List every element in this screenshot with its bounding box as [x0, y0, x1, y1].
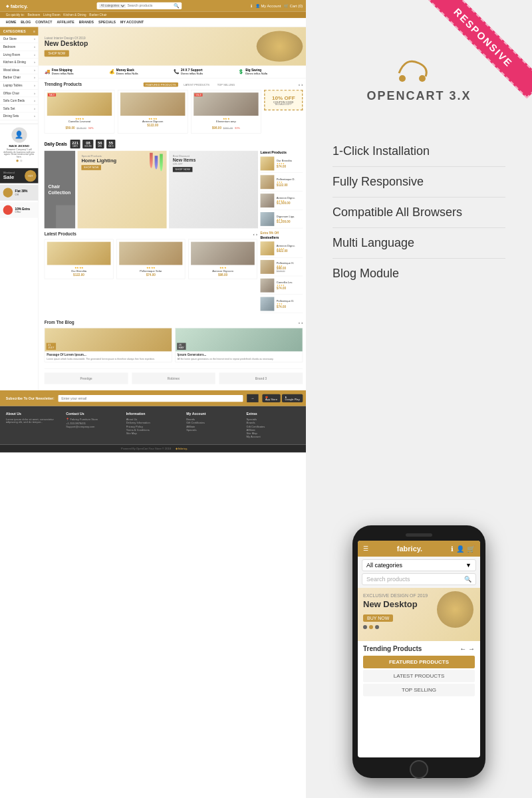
- prev-btn[interactable]: ‹: [299, 82, 300, 86]
- search-bar[interactable]: All categories 🔍: [97, 2, 182, 9]
- footer-link[interactable]: Specials: [247, 418, 303, 421]
- sidebar-item[interactable]: Our Store›: [0, 35, 38, 43]
- footer-link[interactable]: Site Map: [247, 432, 303, 435]
- footer-link[interactable]: Privacy Policy: [126, 425, 183, 428]
- phone-tab-latest[interactable]: LATEST PRODUCTS: [363, 670, 475, 682]
- sidebar-item[interactable]: Kitchen & Dining›: [0, 59, 38, 66]
- sidebar-item[interactable]: Laptop Tables›: [0, 82, 38, 90]
- website-preview: ◆ fabricy. All categories 🔍 ℹ 👤 My Accou…: [0, 0, 306, 798]
- search-input[interactable]: [127, 4, 174, 8]
- nav-affiliate[interactable]: AFFILIATE: [57, 21, 74, 25]
- sidebar-item[interactable]: Sofa Set›: [0, 105, 38, 113]
- tab-featured[interactable]: FEATURED PRODUCTS: [144, 82, 178, 86]
- nav-account[interactable]: MY ACCOUNT: [120, 21, 144, 25]
- footer-link[interactable]: My Account: [247, 436, 303, 438]
- footer-link[interactable]: About Us: [126, 418, 183, 421]
- svg-point-0: [399, 75, 406, 82]
- right-panel: RESPONSIVE OPENCART 3.X 1-Click Installa…: [306, 0, 532, 798]
- main-content: Latest Interior Design Of 2019 New Deskt…: [39, 27, 306, 390]
- phone-tab-featured[interactable]: FEATURED PRODUCTS: [363, 656, 475, 668]
- next-btn[interactable]: ›: [301, 82, 303, 86]
- latest-prev[interactable]: ‹: [253, 231, 255, 235]
- footer-link[interactable]: Brands: [247, 422, 303, 424]
- bestseller-item: Aemeon Digno. ★★★★ $922.00: [261, 241, 303, 257]
- phone-trending-nav: ← →: [460, 645, 475, 652]
- bestseller-item: Camellia Lov. ★★★★ $74.00: [261, 279, 303, 295]
- product-pricing: $98.00 $300.00 31%: [194, 124, 258, 130]
- footer-link[interactable]: Gift Certificates: [186, 422, 243, 424]
- footer-link[interactable]: Site Map: [126, 432, 183, 435]
- footer-link[interactable]: Specials: [186, 428, 243, 431]
- sidebar-item[interactable]: Wood ideas›: [0, 66, 38, 74]
- phone-buy-btn[interactable]: BUY NOW: [363, 614, 393, 622]
- home-lighting-btn[interactable]: SHOP NOW: [81, 165, 100, 170]
- weekend-sale-banner: Weekend Sale HOT: [0, 168, 38, 184]
- daily-deals-row: Daily Deals 221 DAYS 08 HOURS 56 MIN: [39, 137, 306, 150]
- bestseller-item: Pellemtique D. ★★★ $74.00: [261, 297, 303, 313]
- phone-search-input[interactable]: Search products 🔍: [362, 573, 476, 585]
- blog-date: 21JULY: [47, 343, 56, 350]
- sidebar-item[interactable]: Barber Chair›: [0, 74, 38, 82]
- latest-bestsellers-row: Latest Products ‹ › ★★★★ Our Brendita: [39, 231, 306, 317]
- sidebar: CATEGORIES ≡ Our Store› Bedroom› Living …: [0, 27, 39, 390]
- side-product: Our Brendita ★★★★ $74.00: [261, 156, 303, 172]
- footer-about: About Us Lorem ipsum dolor sit amet, con…: [6, 412, 63, 439]
- footer-link[interactable]: Terms & Conditions: [126, 428, 183, 431]
- blog-prev[interactable]: ‹: [299, 321, 300, 325]
- brand-logo-3: Brand 3: [219, 372, 303, 384]
- phone-tab-top[interactable]: TOP SELLING: [363, 684, 475, 696]
- cart-icon[interactable]: 🛒 Cart (0): [284, 4, 303, 8]
- shipping-icon: 🚚: [45, 69, 51, 74]
- sidebar-item[interactable]: Dining Sets›: [0, 112, 38, 120]
- sidebar-item[interactable]: Sofa Cum Beds›: [0, 97, 38, 105]
- category-select[interactable]: All categories: [99, 4, 126, 8]
- tab-top-selling[interactable]: TOP SELLING: [215, 82, 237, 86]
- apple-store-badge[interactable]: 🍎 App Store: [262, 394, 280, 402]
- nav-blog[interactable]: BLOG: [21, 21, 31, 25]
- blog-next[interactable]: ›: [301, 321, 303, 325]
- blog-post: 26MAY Ipsum Generators... All the lorem …: [175, 328, 303, 362]
- blog-grid: 21JULY Passage Of Lorem Ipsum... Lorem i…: [45, 328, 303, 362]
- ribbon-container: RESPONSIVE: [426, 0, 532, 106]
- account-icon[interactable]: 👤 My Account: [255, 4, 281, 8]
- benefit-support: 📞 24 X 7 SupportDonec tellus Nulla: [174, 68, 238, 74]
- bestseller-item: Pellemtique H. ★★★ $99.00 $500.00: [261, 260, 303, 276]
- testimonial-section: 👤 MACK JECKNO Seawent Company! I will de…: [0, 124, 38, 166]
- phone-home-button[interactable]: [410, 760, 428, 779]
- nav-contact[interactable]: CONTACT: [35, 21, 52, 25]
- search-icon[interactable]: 🔍: [174, 3, 180, 9]
- newsletter-input[interactable]: [58, 395, 243, 402]
- nav-specials[interactable]: SPECIALS: [98, 21, 116, 25]
- footer-link[interactable]: Affiliate: [186, 425, 243, 428]
- hero-image: [257, 31, 303, 61]
- dot: [363, 625, 367, 629]
- nav-brands[interactable]: BRANDS: [79, 21, 94, 25]
- sidebar-item[interactable]: Office Chair›: [0, 90, 38, 98]
- newsletter-submit[interactable]: →: [247, 394, 258, 402]
- latest-products-grid: ★★★★ Our Brendita $122.00 ★★★★ Pellemtaq…: [45, 239, 257, 279]
- nav-home[interactable]: HOME: [6, 21, 17, 25]
- sidebar-item[interactable]: Living Room›: [0, 51, 38, 59]
- latest-products-sidebar: Latest Products Our Brendita ★★★★ $74.00: [261, 151, 303, 229]
- blog-date: 26MAY: [177, 343, 186, 350]
- coupon-code: "BIGSALEOOFF": [269, 103, 298, 105]
- sale-tag: SALE: [48, 93, 56, 96]
- sidebar-item[interactable]: Bedroom›: [0, 43, 38, 51]
- blog-header: From The Blog ‹ ›: [45, 320, 303, 325]
- latest-next[interactable]: ›: [256, 231, 257, 235]
- footer-link[interactable]: Affiliate: [247, 428, 303, 431]
- footer-link[interactable]: Delivery Information: [126, 422, 183, 424]
- hero-shop-btn[interactable]: SHOP NOW: [45, 50, 69, 57]
- footer-link[interactable]: Brands: [186, 418, 243, 421]
- coupon-percent: 10% OFF: [269, 94, 298, 100]
- new-items-btn[interactable]: SHOP NOW: [173, 167, 192, 172]
- phone-screen: ☰ fabricy. ℹ 👤 🛒 All categories ▼: [358, 541, 480, 757]
- feature-responsive: Fully Responsive: [332, 167, 505, 198]
- google-play-badge[interactable]: ▶ Google Play: [282, 394, 303, 402]
- blog-post: 21JULY Passage Of Lorem Ipsum... Lorem i…: [45, 328, 172, 362]
- app-badges: 🍎 App Store ▶ Google Play: [262, 394, 303, 402]
- phone-category-select[interactable]: All categories ▼: [362, 559, 476, 571]
- footer-link[interactable]: Gift Certificates: [247, 425, 303, 428]
- footer-contact: Contact Us 📍 Fabricy Furniture Store +1-…: [66, 412, 122, 439]
- tab-latest[interactable]: LATEST PRODUCTS: [182, 82, 212, 86]
